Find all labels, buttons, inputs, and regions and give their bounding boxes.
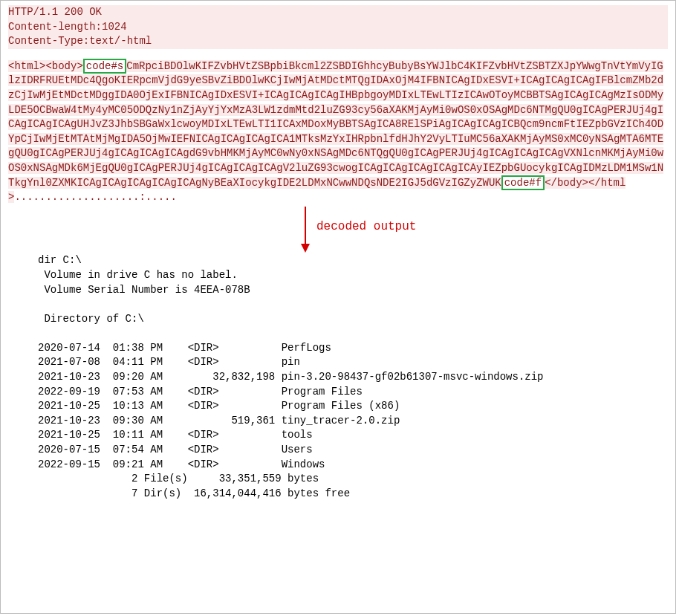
arrow-label: decoded output <box>316 218 416 235</box>
http-response-header: HTTP/1.1 200 OK Content-length:1024 Cont… <box>8 5 668 49</box>
decoded-line: Volume Serial Number is 4EEA-078B <box>38 284 250 296</box>
http-content-type: Content-Type:text/-html <box>8 34 668 49</box>
decoded-line: 2022-09-19 07:53 AM <DIR> Program Files <box>38 386 363 398</box>
decoded-line: 2021-10-25 10:11 AM <DIR> tools <box>38 429 313 441</box>
trailing-padding: ....................:..... <box>14 191 176 203</box>
decoded-line: 2022-09-15 09:21 AM <DIR> Windows <box>38 458 325 470</box>
decoded-line: 2021-10-25 10:13 AM <DIR> Program Files … <box>38 400 400 412</box>
decoded-line: 2020-07-15 07:54 AM <DIR> Users <box>38 444 313 455</box>
arrow-down-icon <box>298 205 313 254</box>
end-token: code#f <box>501 175 545 190</box>
figure-frame: HTTP/1.1 200 OK Content-length:1024 Cont… <box>0 0 676 614</box>
base64-payload: CmRpciBDOlwKIFZvbHVtZSBpbiBkcml2ZSBDIGhh… <box>8 60 663 189</box>
decoded-output: dir C:\ Volume in drive C has no label. … <box>38 239 668 516</box>
start-token: code#s <box>83 59 126 74</box>
decoded-line: 2021-10-23 09:20 AM 32,832,198 pin-3.20-… <box>38 371 544 383</box>
svg-marker-1 <box>301 244 310 253</box>
http-body: <html><body>code#sCmRpciBDOlwKIFZvbHVtZS… <box>8 59 668 205</box>
arrow-annotation: decoded output <box>8 205 668 257</box>
decoded-line: 2020-07-14 01:38 PM <DIR> PerfLogs <box>38 342 331 354</box>
decoded-line: 2021-10-23 09:30 AM 519,361 tiny_tracer-… <box>38 415 400 427</box>
decoded-line: Volume in drive C has no label. <box>38 269 238 281</box>
decoded-line: Directory of C:\ <box>38 313 144 325</box>
http-content-length: Content-length:1024 <box>8 20 668 35</box>
html-open-tags: <html><body> <box>8 60 83 72</box>
decoded-line: 2 File(s) 33,351,559 bytes <box>38 473 319 484</box>
decoded-line: 2021-07-08 04:11 PM <DIR> pin <box>38 356 300 368</box>
http-status-line: HTTP/1.1 200 OK <box>8 5 668 20</box>
decoded-line: 7 Dir(s) 16,314,044,416 bytes free <box>38 487 350 499</box>
